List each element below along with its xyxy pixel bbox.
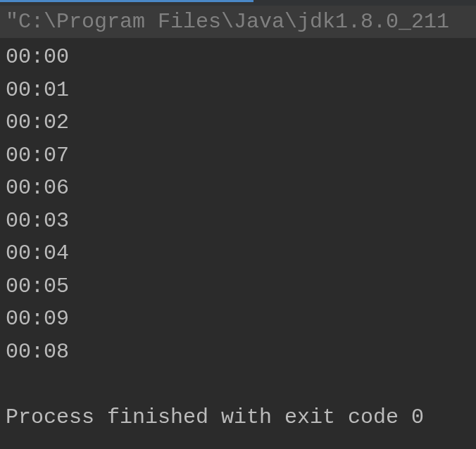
output-line: 00:06: [6, 172, 470, 205]
blank-line: [6, 368, 470, 401]
exit-message: Process finished with exit code 0: [6, 401, 470, 434]
output-line: 00:08: [6, 336, 470, 369]
output-line: 00:07: [6, 139, 470, 172]
console-output: 00:00 00:01 00:02 00:07 00:06 00:03 00:0…: [0, 38, 476, 436]
output-line: 00:02: [6, 106, 470, 139]
output-line: 00:05: [6, 270, 470, 303]
top-border: [0, 0, 476, 6]
output-line: 00:00: [6, 41, 470, 74]
output-line: 00:03: [6, 205, 470, 238]
output-line: 00:01: [6, 74, 470, 107]
command-line: "C:\Program Files\Java\jdk1.8.0_211: [0, 6, 476, 38]
output-line: 00:09: [6, 303, 470, 336]
output-line: 00:04: [6, 237, 470, 270]
